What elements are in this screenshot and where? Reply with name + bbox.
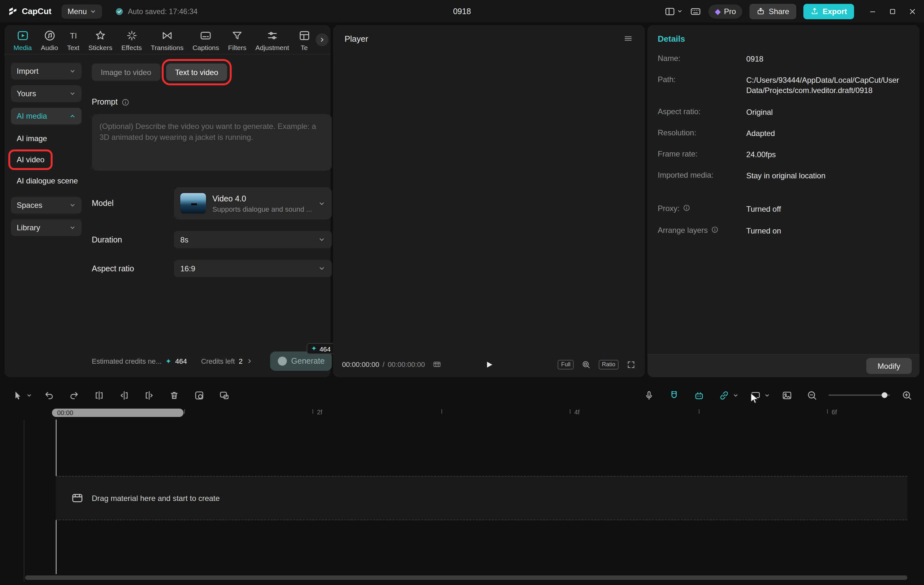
credits-sparkle-icon: ✦	[311, 344, 317, 353]
overlay-button[interactable]	[216, 387, 232, 404]
details-row-resolution: Resolution: Adapted	[658, 128, 909, 138]
ruler-range-indicator[interactable]: 00:00	[52, 409, 183, 417]
delete-right-button[interactable]	[140, 387, 157, 404]
ruler-tick	[184, 409, 185, 414]
sidebar-item-library[interactable]: Library	[11, 219, 81, 236]
layout-icon	[664, 5, 676, 17]
pro-button[interactable]: ◆ Pro	[708, 4, 742, 18]
tab-media[interactable]: Media	[10, 28, 36, 53]
tab-transitions[interactable]: Transitions	[147, 28, 187, 53]
aspect-ratio-select[interactable]: 16:9	[174, 260, 332, 277]
maximize-button[interactable]	[889, 7, 896, 15]
audio-icon	[43, 30, 56, 42]
monitor-cursor-icon	[747, 387, 764, 404]
adjustment-sliders-icon	[266, 30, 279, 42]
window-controls	[869, 7, 916, 15]
shortcuts-button[interactable]	[690, 5, 701, 17]
gem-icon: ◆	[715, 7, 721, 16]
record-voiceover-button[interactable]	[640, 387, 657, 404]
delete-button[interactable]	[165, 387, 182, 404]
chevron-down-icon	[318, 265, 326, 272]
undo-button[interactable]	[40, 387, 57, 404]
delete-left-button[interactable]	[116, 387, 132, 404]
ruler-tick	[312, 409, 313, 414]
generate-button[interactable]: Generate ✦ 464	[271, 351, 332, 371]
chevron-right-icon[interactable]	[246, 358, 253, 364]
titlebar-actions: ◆ Pro Share Export	[664, 3, 916, 19]
prompt-input[interactable]	[92, 114, 332, 171]
capcut-logo-icon	[8, 6, 18, 16]
chevron-down-icon	[69, 202, 76, 208]
sidebar-item-yours[interactable]: Yours	[11, 85, 81, 102]
zoom-in-button[interactable]	[898, 387, 915, 404]
generation-mode-tabs: Image to video Text to video	[92, 64, 332, 81]
autosave-status: Auto saved: 17:46:34	[115, 7, 198, 16]
full-view-button[interactable]: Full	[558, 359, 574, 369]
tab-audio[interactable]: Audio	[37, 28, 62, 53]
timeline-zoom-slider[interactable]	[828, 394, 890, 396]
timeline-tracks[interactable]: Drag material here and start to create	[0, 420, 924, 574]
player-panel: Player 00:00:00:00 / 00:00:00:00 Full Ra…	[333, 25, 645, 377]
zoom-out-button[interactable]	[804, 387, 820, 404]
prompt-label: Prompt	[92, 97, 118, 107]
media-icon	[16, 30, 29, 42]
ruler-mark-6f: 6f	[832, 409, 837, 416]
export-icon	[810, 7, 819, 15]
preview-axis-button[interactable]	[747, 387, 770, 404]
player-title: Player	[345, 34, 368, 43]
magnetic-snap-button[interactable]	[665, 387, 682, 404]
menu-button[interactable]: Menu	[62, 4, 102, 18]
sidebar-item-ai-image[interactable]: AI image	[11, 134, 81, 143]
model-label: Model	[92, 199, 174, 208]
chevron-up-icon	[69, 113, 76, 119]
modify-button[interactable]: Modify	[866, 358, 912, 374]
tabs-overflow-button[interactable]	[316, 33, 328, 46]
mask-button[interactable]	[191, 387, 207, 404]
tab-filters[interactable]: Filters	[224, 28, 250, 53]
layout-switcher-button[interactable]	[664, 5, 683, 17]
model-select[interactable]: Video 4.0 Supports dialogue and sound ..…	[174, 187, 332, 219]
play-button[interactable]	[484, 359, 494, 369]
timecode-display-icon[interactable]	[433, 360, 442, 369]
tab-text[interactable]: TI Text	[63, 28, 83, 53]
info-icon[interactable]	[683, 204, 690, 212]
tab-effects[interactable]: Effects	[117, 28, 146, 53]
autosave-text: Auto saved: 17:46:34	[128, 7, 198, 15]
tab-stickers[interactable]: Stickers	[84, 28, 116, 53]
details-footer: Modify	[647, 354, 919, 377]
tab-captions[interactable]: Captions	[189, 28, 223, 53]
split-button[interactable]	[91, 387, 107, 404]
info-icon[interactable]	[711, 226, 719, 233]
redo-button[interactable]	[66, 387, 82, 404]
timecode-separator: /	[383, 361, 384, 368]
timeline-drop-zone[interactable]: Drag material here and start to create	[56, 476, 908, 520]
close-button[interactable]	[909, 7, 916, 15]
image-to-video-tab[interactable]: Image to video	[92, 64, 160, 81]
minimize-button[interactable]	[869, 7, 876, 15]
auto-arrange-button[interactable]	[690, 387, 707, 404]
sidebar-item-ai-media[interactable]: AI media	[11, 108, 81, 124]
ratio-button[interactable]: Ratio	[599, 359, 619, 369]
tab-templates-clipped[interactable]: Te	[294, 28, 314, 53]
duration-select[interactable]: 8s	[174, 231, 332, 248]
zoom-slider-knob[interactable]	[882, 392, 888, 398]
cover-button[interactable]	[778, 387, 795, 404]
linkage-button[interactable]	[716, 387, 739, 404]
share-button[interactable]: Share	[749, 3, 796, 19]
estimated-credits-label: Estimated credits ne...	[92, 357, 162, 365]
sidebar-item-import[interactable]: Import	[11, 63, 81, 79]
tab-adjustment[interactable]: Adjustment	[252, 28, 293, 53]
fullscreen-icon[interactable]	[626, 359, 636, 369]
sidebar-item-ai-dialogue-scene[interactable]: AI dialogue scene	[11, 176, 81, 185]
player-menu-button[interactable]	[623, 33, 633, 44]
sidebar-item-ai-video[interactable]: AI video	[11, 155, 81, 164]
media-category-tabs: Media Audio TI Text Stickers Effects Tra…	[5, 25, 330, 54]
timeline-scrollbar[interactable]	[25, 575, 908, 580]
chevron-down-icon	[764, 392, 770, 398]
text-to-video-tab[interactable]: Text to video	[166, 64, 227, 81]
sidebar-item-spaces[interactable]: Spaces	[11, 197, 81, 214]
timeline-ruler[interactable]: 00:00 2f 4f 6f	[0, 407, 924, 420]
select-tool-button[interactable]	[9, 387, 32, 404]
export-button[interactable]: Export	[804, 3, 854, 19]
fit-zoom-icon[interactable]	[581, 359, 591, 369]
